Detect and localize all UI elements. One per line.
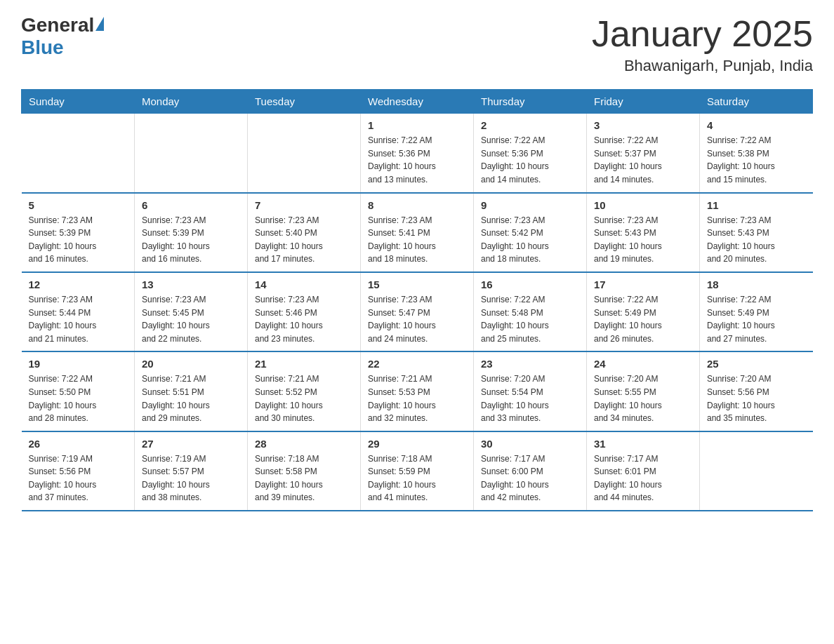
calendar-cell: 23Sunrise: 7:20 AM Sunset: 5:54 PM Dayli…	[474, 351, 587, 431]
day-number: 29	[368, 438, 466, 450]
day-number: 26	[29, 438, 128, 450]
calendar-cell: 10Sunrise: 7:23 AM Sunset: 5:43 PM Dayli…	[587, 193, 700, 272]
calendar-cell	[248, 114, 361, 193]
day-number: 7	[255, 199, 353, 211]
day-info: Sunrise: 7:23 AM Sunset: 5:41 PM Dayligh…	[368, 214, 466, 266]
day-info: Sunrise: 7:19 AM Sunset: 5:57 PM Dayligh…	[142, 452, 240, 504]
page-header: General Blue January 2025 Bhawanigarh, P…	[21, 14, 813, 75]
day-info: Sunrise: 7:21 AM Sunset: 5:52 PM Dayligh…	[255, 373, 353, 424]
day-info: Sunrise: 7:17 AM Sunset: 6:00 PM Dayligh…	[481, 452, 579, 504]
calendar-cell: 17Sunrise: 7:22 AM Sunset: 5:49 PM Dayli…	[587, 272, 700, 351]
day-number: 21	[255, 358, 353, 370]
logo-blue-text: Blue	[21, 36, 64, 59]
day-number: 14	[255, 279, 353, 290]
month-title: January 2025	[592, 14, 813, 54]
day-number: 5	[29, 199, 128, 211]
calendar-cell: 9Sunrise: 7:23 AM Sunset: 5:42 PM Daylig…	[474, 193, 587, 272]
location-text: Bhawanigarh, Punjab, India	[592, 57, 813, 75]
calendar-week-row: 1Sunrise: 7:22 AM Sunset: 5:36 PM Daylig…	[22, 114, 813, 193]
calendar-cell: 11Sunrise: 7:23 AM Sunset: 5:43 PM Dayli…	[700, 193, 813, 272]
day-number: 23	[481, 358, 579, 370]
calendar-cell: 28Sunrise: 7:18 AM Sunset: 5:58 PM Dayli…	[248, 431, 361, 511]
day-number: 16	[481, 279, 579, 290]
calendar-week-row: 26Sunrise: 7:19 AM Sunset: 5:56 PM Dayli…	[22, 431, 813, 511]
day-number: 15	[368, 279, 466, 290]
logo-triangle-icon	[95, 17, 104, 31]
calendar-week-row: 12Sunrise: 7:23 AM Sunset: 5:44 PM Dayli…	[22, 272, 813, 351]
day-info: Sunrise: 7:22 AM Sunset: 5:37 PM Dayligh…	[594, 134, 692, 186]
calendar-cell: 1Sunrise: 7:22 AM Sunset: 5:36 PM Daylig…	[361, 114, 474, 193]
day-number: 4	[707, 119, 806, 131]
day-number: 12	[29, 279, 128, 290]
day-number: 8	[368, 199, 466, 211]
day-info: Sunrise: 7:22 AM Sunset: 5:50 PM Dayligh…	[29, 373, 128, 424]
day-info: Sunrise: 7:23 AM Sunset: 5:39 PM Dayligh…	[142, 214, 240, 266]
calendar-cell: 24Sunrise: 7:20 AM Sunset: 5:55 PM Dayli…	[587, 351, 700, 431]
day-number: 3	[594, 119, 692, 131]
day-number: 11	[707, 199, 806, 211]
calendar-cell: 16Sunrise: 7:22 AM Sunset: 5:48 PM Dayli…	[474, 272, 587, 351]
day-number: 30	[481, 438, 579, 450]
day-info: Sunrise: 7:22 AM Sunset: 5:48 PM Dayligh…	[481, 293, 579, 345]
calendar-cell: 13Sunrise: 7:23 AM Sunset: 5:45 PM Dayli…	[135, 272, 248, 351]
logo: General Blue	[21, 14, 104, 59]
day-info: Sunrise: 7:22 AM Sunset: 5:38 PM Dayligh…	[707, 134, 806, 186]
day-number: 17	[594, 279, 692, 290]
calendar-cell: 3Sunrise: 7:22 AM Sunset: 5:37 PM Daylig…	[587, 114, 700, 193]
calendar-week-row: 5Sunrise: 7:23 AM Sunset: 5:39 PM Daylig…	[22, 193, 813, 272]
calendar-body: 1Sunrise: 7:22 AM Sunset: 5:36 PM Daylig…	[22, 114, 813, 511]
logo-general-text: General	[21, 14, 94, 36]
day-info: Sunrise: 7:21 AM Sunset: 5:51 PM Dayligh…	[142, 373, 240, 424]
day-number: 28	[255, 438, 353, 450]
day-info: Sunrise: 7:23 AM Sunset: 5:46 PM Dayligh…	[255, 293, 353, 345]
calendar-cell: 4Sunrise: 7:22 AM Sunset: 5:38 PM Daylig…	[700, 114, 813, 193]
calendar-cell: 14Sunrise: 7:23 AM Sunset: 5:46 PM Dayli…	[248, 272, 361, 351]
day-number: 20	[142, 358, 240, 370]
calendar-cell: 25Sunrise: 7:20 AM Sunset: 5:56 PM Dayli…	[700, 351, 813, 431]
day-number: 27	[142, 438, 240, 450]
day-info: Sunrise: 7:23 AM Sunset: 5:40 PM Dayligh…	[255, 214, 353, 266]
weekday-header-thursday: Thursday	[474, 90, 587, 114]
day-info: Sunrise: 7:23 AM Sunset: 5:47 PM Dayligh…	[368, 293, 466, 345]
day-info: Sunrise: 7:23 AM Sunset: 5:42 PM Dayligh…	[481, 214, 579, 266]
day-info: Sunrise: 7:22 AM Sunset: 5:36 PM Dayligh…	[481, 134, 579, 186]
weekday-header-sunday: Sunday	[22, 90, 135, 114]
day-info: Sunrise: 7:22 AM Sunset: 5:49 PM Dayligh…	[594, 293, 692, 345]
weekday-header-saturday: Saturday	[700, 90, 813, 114]
day-info: Sunrise: 7:23 AM Sunset: 5:39 PM Dayligh…	[29, 214, 128, 266]
calendar-table: SundayMondayTuesdayWednesdayThursdayFrid…	[21, 89, 813, 511]
calendar-cell	[135, 114, 248, 193]
calendar-cell: 26Sunrise: 7:19 AM Sunset: 5:56 PM Dayli…	[22, 431, 135, 511]
calendar-cell: 18Sunrise: 7:22 AM Sunset: 5:49 PM Dayli…	[700, 272, 813, 351]
day-info: Sunrise: 7:19 AM Sunset: 5:56 PM Dayligh…	[29, 452, 128, 504]
calendar-week-row: 19Sunrise: 7:22 AM Sunset: 5:50 PM Dayli…	[22, 351, 813, 431]
calendar-cell: 5Sunrise: 7:23 AM Sunset: 5:39 PM Daylig…	[22, 193, 135, 272]
day-number: 31	[594, 438, 692, 450]
calendar-cell: 21Sunrise: 7:21 AM Sunset: 5:52 PM Dayli…	[248, 351, 361, 431]
calendar-header: SundayMondayTuesdayWednesdayThursdayFrid…	[22, 90, 813, 114]
day-number: 18	[707, 279, 806, 290]
day-info: Sunrise: 7:23 AM Sunset: 5:44 PM Dayligh…	[29, 293, 128, 345]
day-number: 2	[481, 119, 579, 131]
calendar-cell: 27Sunrise: 7:19 AM Sunset: 5:57 PM Dayli…	[135, 431, 248, 511]
calendar-cell: 31Sunrise: 7:17 AM Sunset: 6:01 PM Dayli…	[587, 431, 700, 511]
calendar-cell	[22, 114, 135, 193]
day-number: 10	[594, 199, 692, 211]
calendar-cell: 15Sunrise: 7:23 AM Sunset: 5:47 PM Dayli…	[361, 272, 474, 351]
title-block: January 2025 Bhawanigarh, Punjab, India	[592, 14, 813, 75]
calendar-cell	[700, 431, 813, 511]
weekday-header-wednesday: Wednesday	[361, 90, 474, 114]
weekday-header-monday: Monday	[135, 90, 248, 114]
calendar-cell: 8Sunrise: 7:23 AM Sunset: 5:41 PM Daylig…	[361, 193, 474, 272]
calendar-cell: 30Sunrise: 7:17 AM Sunset: 6:00 PM Dayli…	[474, 431, 587, 511]
day-number: 9	[481, 199, 579, 211]
day-info: Sunrise: 7:22 AM Sunset: 5:49 PM Dayligh…	[707, 293, 806, 345]
day-number: 22	[368, 358, 466, 370]
day-number: 25	[707, 358, 806, 370]
calendar-cell: 19Sunrise: 7:22 AM Sunset: 5:50 PM Dayli…	[22, 351, 135, 431]
day-info: Sunrise: 7:21 AM Sunset: 5:53 PM Dayligh…	[368, 373, 466, 424]
calendar-cell: 29Sunrise: 7:18 AM Sunset: 5:59 PM Dayli…	[361, 431, 474, 511]
day-info: Sunrise: 7:23 AM Sunset: 5:43 PM Dayligh…	[594, 214, 692, 266]
day-info: Sunrise: 7:20 AM Sunset: 5:56 PM Dayligh…	[707, 373, 806, 424]
day-info: Sunrise: 7:18 AM Sunset: 5:58 PM Dayligh…	[255, 452, 353, 504]
